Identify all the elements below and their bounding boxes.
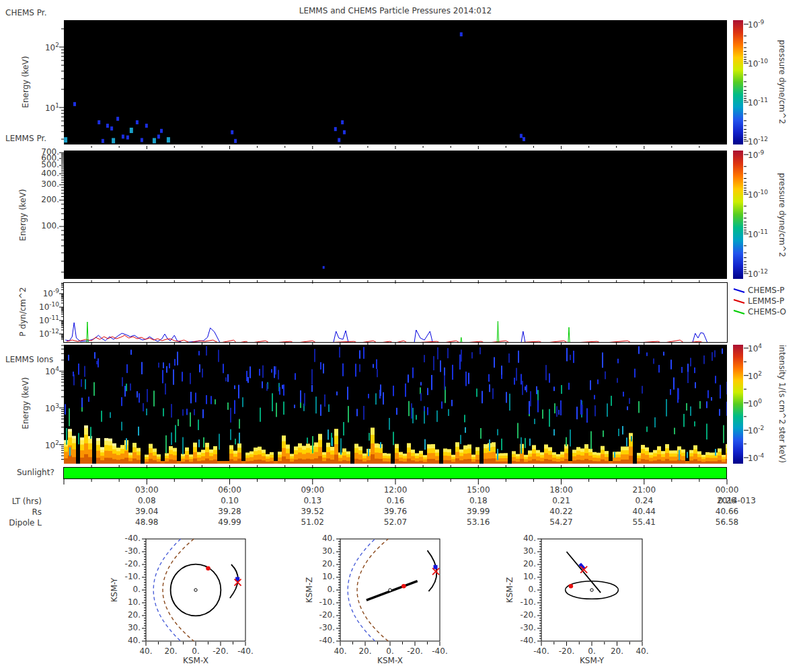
tick-label: 15:00 (451, 485, 505, 495)
tick-label: -20. (114, 559, 141, 569)
colorbar-label-pressure-1: pressure dyne/cm^2 (777, 40, 787, 124)
tick-label: 21:00 (617, 485, 671, 495)
tick-label: 40. (509, 534, 536, 543)
tick-label: 104 (27, 366, 59, 376)
tick-label: 40. (308, 534, 335, 543)
tick-label: 03:00 (120, 485, 174, 495)
legend-item-lemms-p: LEMMS-P (748, 296, 784, 306)
tick-label: -40. (229, 646, 262, 656)
tick-label: 10-11 (24, 314, 59, 325)
colorbar-pressure-2 (733, 151, 743, 279)
tick-label: 0. (308, 585, 335, 594)
panel-label-chems: CHEMS Pr. (5, 8, 46, 17)
tick-label: 06:00 (203, 485, 257, 495)
tick-label: 12:00 (369, 485, 422, 495)
tick-label: 0. (509, 585, 536, 594)
row-label-lt: LT (hrs) (0, 497, 42, 506)
tick-label: 48.98 (120, 517, 174, 527)
tick-label: 30. (509, 546, 536, 556)
tick-label: 102 (27, 42, 59, 52)
tick-label: 53.16 (451, 517, 505, 527)
tick-label: 39.28 (203, 507, 257, 516)
colorbar-pressure-1 (733, 20, 743, 144)
tick-label: 400. (29, 169, 59, 178)
ion-spectrogram-canvas (64, 345, 727, 464)
orbit-b-xlabel: KSM-X (356, 656, 424, 665)
tick-label: 39.52 (286, 507, 340, 516)
tick-label: 100 (748, 398, 783, 409)
panel-label-sunlight: Sunlight? (17, 468, 54, 477)
tick-label: -20. (509, 610, 536, 620)
tick-label: 40.44 (617, 507, 671, 516)
tick-label: 54.27 (535, 517, 588, 527)
tick-label: 10-11 (748, 97, 783, 108)
tick-label: 0.13 (286, 496, 340, 505)
tick-label: 40.22 (535, 507, 588, 516)
chems-pressure-spectrogram (64, 20, 727, 144)
tick-label: 10-9 (748, 149, 783, 160)
plot-screen: LEMMS and CHEMS Particle Pressures 2014:… (0, 0, 807, 672)
tick-label: 10-10 (748, 189, 783, 200)
orbit-c-xlabel: KSM-Y (558, 656, 625, 665)
tick-label: -30. (114, 546, 141, 556)
tick-label: 104 (748, 343, 783, 353)
sunlight-bar (63, 467, 727, 479)
tick-label: 00:00 (700, 485, 754, 495)
tick-label: 0.21 (535, 496, 588, 505)
legend-item-chems-o: CHEMS-O (748, 307, 786, 317)
tick-label: 40.66 (700, 507, 754, 516)
tick-label: 20. (509, 559, 536, 569)
tick-label: 10-9 (748, 19, 783, 30)
y-axis-label-energy-1: Energy (keV) (21, 56, 30, 108)
tick-label: 101 (27, 102, 59, 113)
tick-label: 10-2 (748, 425, 783, 435)
tick-label: 49.99 (203, 517, 257, 527)
tick-label: 10. (114, 597, 141, 607)
tick-label: 52.07 (369, 517, 422, 527)
row-label-rs: Rs (0, 507, 42, 517)
tick-label: 10. (509, 572, 536, 581)
tick-label: -40. (509, 636, 536, 645)
tick-label: 39.04 (120, 507, 174, 516)
tick-label: -40. (308, 636, 335, 645)
tick-label: 40. (114, 636, 141, 645)
tick-label: 100. (29, 221, 59, 230)
tick-label: 0.10 (203, 496, 257, 505)
page-title: LEMMS and CHEMS Particle Pressures 2014:… (64, 6, 727, 15)
tick-label: 09:00 (286, 485, 340, 495)
tick-label: 0. (114, 585, 141, 594)
tick-label: 10-12 (24, 328, 59, 339)
tick-label: 56.58 (700, 517, 754, 527)
tick-label: 18:00 (535, 485, 588, 495)
tick-label: -30. (308, 623, 335, 632)
tick-label: 55.41 (617, 517, 671, 527)
tick-label: 0.18 (451, 496, 505, 505)
colorbar-intensity (733, 345, 743, 464)
row-label-dipole: Dipole L (0, 518, 42, 528)
tick-label: 10-4 (748, 452, 783, 463)
tick-label: 10-10 (24, 301, 59, 312)
tick-label: 20. (308, 559, 335, 569)
tick-label: -30. (509, 623, 536, 632)
tick-label: 20. (114, 610, 141, 620)
tick-label: -40. (423, 646, 457, 656)
tick-label: 0.24 (617, 496, 671, 505)
tick-label: 10-12 (748, 268, 783, 279)
tick-label: 103 (27, 403, 59, 413)
panel-label-lemms: LEMMS Pr. (5, 134, 46, 143)
tick-label: 0.26 (700, 496, 754, 505)
tick-label: 51.02 (286, 517, 340, 527)
tick-label: 39.99 (451, 507, 505, 516)
legend-item-chems-p: CHEMS-P (748, 286, 785, 295)
pressure-line-plot (63, 282, 728, 343)
tick-label: 39.76 (369, 507, 422, 516)
tick-label: 30. (114, 623, 141, 632)
tick-label: -20. (308, 610, 335, 620)
tick-label: -40. (114, 534, 141, 543)
tick-label: 102 (27, 439, 59, 450)
tick-label: 10-10 (748, 58, 783, 69)
tick-label: -10. (509, 597, 536, 607)
tick-label: 200. (29, 195, 59, 204)
tick-label: 102 (748, 370, 783, 381)
y-axis-label-energy-2: Energy (keV) (18, 189, 28, 241)
